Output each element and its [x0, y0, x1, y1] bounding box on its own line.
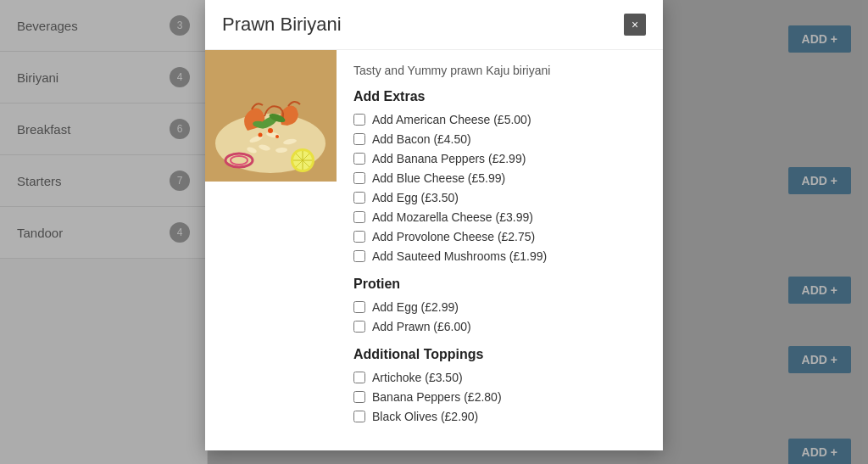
extra-checkbox[interactable]: [353, 301, 365, 313]
svg-point-18: [268, 128, 273, 133]
extra-label: Add Mozarella Cheese (£3.99): [372, 210, 533, 224]
extra-label: Add Egg (£3.50): [372, 191, 459, 204]
extra-checkbox[interactable]: [353, 153, 365, 165]
modal-overlay: Prawn Biriyani ×: [0, 0, 868, 464]
checkbox-item[interactable]: Black Olives (£2.90): [353, 410, 646, 423]
extra-label: Add Sauteed Mushrooms (£1.99): [372, 249, 547, 263]
checkbox-item[interactable]: Artichoke (£3.50): [353, 371, 646, 384]
modal-description: Tasty and Yummy prawn Kaju biriyani: [353, 64, 646, 77]
extra-checkbox[interactable]: [353, 114, 365, 126]
extra-label: Add Prawn (£6.00): [372, 320, 471, 333]
extra-checkbox[interactable]: [353, 231, 365, 243]
extra-label: Add Blue Cheese (£5.99): [372, 171, 505, 185]
modal-content: Tasty and Yummy prawn Kaju biriyani Add …: [337, 50, 663, 450]
extra-checkbox[interactable]: [353, 250, 365, 262]
extra-checkbox[interactable]: [353, 321, 365, 333]
extra-label: Add Banana Peppers (£2.99): [372, 152, 526, 165]
checkbox-item[interactable]: Add American Cheese (£5.00): [353, 113, 646, 126]
extra-checkbox[interactable]: [353, 372, 365, 383]
extra-checkbox[interactable]: [353, 411, 365, 422]
extra-label: Artichoke (£3.50): [372, 371, 463, 384]
checkbox-item[interactable]: Add Blue Cheese (£5.99): [353, 171, 646, 185]
checkbox-item[interactable]: Add Prawn (£6.00): [353, 320, 646, 333]
section-title: Additional Toppings: [353, 347, 646, 362]
checkbox-item[interactable]: Add Mozarella Cheese (£3.99): [353, 210, 646, 224]
extra-checkbox[interactable]: [353, 172, 365, 184]
food-illustration: [205, 50, 337, 182]
svg-point-20: [259, 133, 263, 137]
extra-label: Add Bacon (£4.50): [372, 132, 471, 146]
modal-section: Additional ToppingsArtichoke (£3.50)Bana…: [353, 347, 646, 423]
modal-body: Tasty and Yummy prawn Kaju biriyani Add …: [205, 50, 663, 450]
checkbox-item[interactable]: Add Egg (£2.99): [353, 300, 646, 314]
modal-title: Prawn Biriyani: [222, 14, 342, 36]
section-title: Add Extras: [353, 89, 646, 104]
modal-close-button[interactable]: ×: [624, 14, 646, 36]
extra-label: Add Egg (£2.99): [372, 300, 459, 314]
modal-section: Add ExtrasAdd American Cheese (£5.00)Add…: [353, 89, 646, 263]
sections-container: Add ExtrasAdd American Cheese (£5.00)Add…: [353, 89, 646, 423]
extra-label: Add American Cheese (£5.00): [372, 113, 531, 126]
checkbox-item[interactable]: Add Egg (£3.50): [353, 191, 646, 204]
svg-point-19: [275, 135, 279, 138]
modal-header: Prawn Biriyani ×: [205, 0, 663, 50]
checkbox-item[interactable]: Add Banana Peppers (£2.99): [353, 152, 646, 165]
checkbox-item[interactable]: Banana Peppers (£2.80): [353, 390, 646, 404]
extra-label: Black Olives (£2.90): [372, 410, 478, 423]
extra-checkbox[interactable]: [353, 211, 365, 223]
modal-food-image: [205, 50, 337, 182]
checkbox-item[interactable]: Add Sauteed Mushrooms (£1.99): [353, 249, 646, 263]
extra-checkbox[interactable]: [353, 133, 365, 145]
section-title: Protien: [353, 277, 646, 292]
checkbox-item[interactable]: Add Provolone Cheese (£2.75): [353, 230, 646, 243]
checkbox-item[interactable]: Add Bacon (£4.50): [353, 132, 646, 146]
extra-label: Add Provolone Cheese (£2.75): [372, 230, 535, 243]
extra-label: Banana Peppers (£2.80): [372, 390, 502, 404]
extra-checkbox[interactable]: [353, 391, 365, 403]
extra-checkbox[interactable]: [353, 192, 365, 204]
modal: Prawn Biriyani ×: [205, 0, 663, 450]
modal-section: ProtienAdd Egg (£2.99)Add Prawn (£6.00): [353, 277, 646, 333]
